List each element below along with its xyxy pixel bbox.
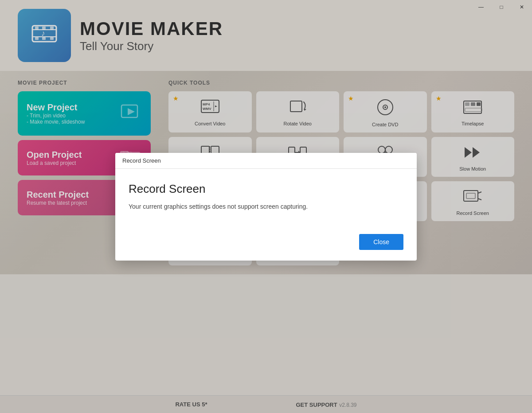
dialog-titlebar: Record Screen: [115, 153, 417, 169]
dialog-footer: Close: [115, 234, 417, 261]
dialog-title: Record Screen: [129, 182, 403, 196]
dialog-body: Record Screen Your current graphics sett…: [115, 169, 417, 234]
record-screen-dialog: Record Screen Record Screen Your current…: [115, 153, 417, 261]
dialog-message: Your current graphics settings does not …: [129, 203, 403, 210]
dialog-close-button[interactable]: Close: [359, 234, 403, 250]
dialog-overlay: Record Screen Record Screen Your current…: [0, 0, 532, 413]
